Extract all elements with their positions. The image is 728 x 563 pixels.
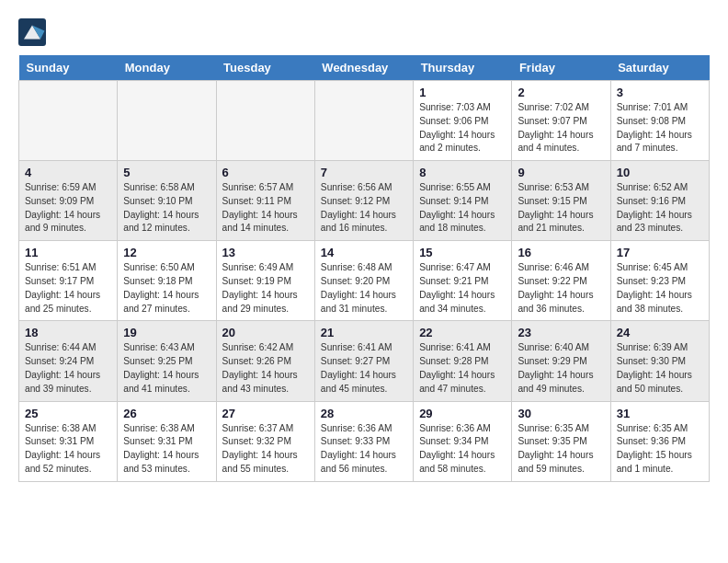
calendar-cell (19, 81, 118, 161)
calendar-cell: 24Sunrise: 6:39 AMSunset: 9:30 PMDayligh… (610, 321, 709, 401)
calendar-cell: 28Sunrise: 6:36 AMSunset: 9:33 PMDayligh… (314, 401, 413, 481)
day-info: Sunrise: 7:03 AMSunset: 9:06 PMDaylight:… (419, 101, 506, 155)
day-number: 2 (518, 86, 604, 99)
calendar-day-header: Saturday (610, 55, 709, 81)
day-number: 17 (617, 246, 703, 259)
calendar-day-header: Wednesday (314, 55, 413, 81)
day-number: 15 (419, 246, 506, 259)
day-info: Sunrise: 6:52 AMSunset: 9:16 PMDaylight:… (617, 181, 703, 236)
calendar-day-header: Sunday (19, 55, 118, 81)
day-number: 8 (419, 166, 506, 179)
day-info: Sunrise: 6:43 AMSunset: 9:25 PMDaylight:… (123, 341, 210, 396)
day-number: 27 (222, 407, 309, 420)
calendar-week-row: 11Sunrise: 6:51 AMSunset: 9:17 PMDayligh… (19, 241, 710, 321)
day-info: Sunrise: 6:35 AMSunset: 9:35 PMDaylight:… (518, 422, 604, 477)
calendar-cell: 20Sunrise: 6:42 AMSunset: 9:26 PMDayligh… (216, 321, 314, 401)
day-number: 18 (25, 326, 111, 339)
day-info: Sunrise: 6:40 AMSunset: 9:29 PMDaylight:… (518, 341, 604, 396)
calendar-cell: 16Sunrise: 6:46 AMSunset: 9:22 PMDayligh… (512, 241, 610, 321)
day-info: Sunrise: 6:35 AMSunset: 9:36 PMDaylight:… (617, 422, 703, 477)
calendar-cell: 14Sunrise: 6:48 AMSunset: 9:20 PMDayligh… (314, 241, 413, 321)
day-info: Sunrise: 6:36 AMSunset: 9:33 PMDaylight:… (321, 422, 407, 477)
day-number: 25 (25, 407, 111, 420)
calendar-cell: 8Sunrise: 6:55 AMSunset: 9:14 PMDaylight… (414, 161, 512, 241)
calendar-cell: 23Sunrise: 6:40 AMSunset: 9:29 PMDayligh… (512, 321, 610, 401)
calendar-day-header: Monday (118, 55, 216, 81)
calendar-cell (118, 81, 216, 161)
calendar-cell: 5Sunrise: 6:58 AMSunset: 9:10 PMDaylight… (118, 161, 216, 241)
calendar-cell: 9Sunrise: 6:53 AMSunset: 9:15 PMDaylight… (512, 161, 610, 241)
day-info: Sunrise: 6:49 AMSunset: 9:19 PMDaylight:… (222, 261, 309, 316)
day-info: Sunrise: 6:41 AMSunset: 9:27 PMDaylight:… (321, 341, 407, 396)
day-number: 24 (617, 326, 703, 339)
day-info: Sunrise: 6:58 AMSunset: 9:10 PMDaylight:… (123, 181, 210, 236)
day-info: Sunrise: 6:39 AMSunset: 9:30 PMDaylight:… (617, 341, 703, 396)
day-info: Sunrise: 6:48 AMSunset: 9:20 PMDaylight:… (321, 261, 407, 316)
calendar-cell: 18Sunrise: 6:44 AMSunset: 9:24 PMDayligh… (19, 321, 118, 401)
calendar-day-header: Friday (512, 55, 610, 81)
calendar-cell: 13Sunrise: 6:49 AMSunset: 9:19 PMDayligh… (216, 241, 314, 321)
day-number: 1 (419, 86, 506, 99)
day-info: Sunrise: 6:45 AMSunset: 9:23 PMDaylight:… (617, 261, 703, 316)
calendar-cell (314, 81, 413, 161)
calendar-week-row: 4Sunrise: 6:59 AMSunset: 9:09 PMDaylight… (19, 161, 710, 241)
day-info: Sunrise: 6:41 AMSunset: 9:28 PMDaylight:… (419, 341, 506, 396)
logo-icon (18, 18, 46, 46)
page-header (18, 18, 710, 46)
day-info: Sunrise: 6:55 AMSunset: 9:14 PMDaylight:… (419, 181, 506, 236)
day-number: 4 (25, 166, 111, 179)
calendar-cell: 7Sunrise: 6:56 AMSunset: 9:12 PMDaylight… (314, 161, 413, 241)
day-info: Sunrise: 6:53 AMSunset: 9:15 PMDaylight:… (518, 181, 604, 236)
day-number: 5 (123, 166, 210, 179)
day-info: Sunrise: 6:42 AMSunset: 9:26 PMDaylight:… (222, 341, 309, 396)
calendar-table: SundayMondayTuesdayWednesdayThursdayFrid… (18, 55, 710, 482)
calendar-week-row: 18Sunrise: 6:44 AMSunset: 9:24 PMDayligh… (19, 321, 710, 401)
day-number: 30 (518, 407, 604, 420)
day-number: 21 (321, 326, 407, 339)
day-info: Sunrise: 6:38 AMSunset: 9:31 PMDaylight:… (25, 422, 111, 477)
day-number: 20 (222, 326, 309, 339)
calendar-cell: 30Sunrise: 6:35 AMSunset: 9:35 PMDayligh… (512, 401, 610, 481)
day-info: Sunrise: 6:56 AMSunset: 9:12 PMDaylight:… (321, 181, 407, 236)
calendar-week-row: 25Sunrise: 6:38 AMSunset: 9:31 PMDayligh… (19, 401, 710, 481)
calendar-cell: 25Sunrise: 6:38 AMSunset: 9:31 PMDayligh… (19, 401, 118, 481)
day-info: Sunrise: 6:36 AMSunset: 9:34 PMDaylight:… (419, 422, 506, 477)
calendar-cell: 3Sunrise: 7:01 AMSunset: 9:08 PMDaylight… (610, 81, 709, 161)
calendar-header-row: SundayMondayTuesdayWednesdayThursdayFrid… (19, 55, 710, 81)
day-info: Sunrise: 6:44 AMSunset: 9:24 PMDaylight:… (25, 341, 111, 396)
calendar-cell: 27Sunrise: 6:37 AMSunset: 9:32 PMDayligh… (216, 401, 314, 481)
day-info: Sunrise: 7:01 AMSunset: 9:08 PMDaylight:… (617, 101, 703, 155)
day-info: Sunrise: 6:50 AMSunset: 9:18 PMDaylight:… (123, 261, 210, 316)
day-info: Sunrise: 7:02 AMSunset: 9:07 PMDaylight:… (518, 101, 604, 155)
calendar-cell: 15Sunrise: 6:47 AMSunset: 9:21 PMDayligh… (414, 241, 512, 321)
day-number: 3 (617, 86, 703, 99)
day-number: 12 (123, 246, 210, 259)
day-number: 6 (222, 166, 309, 179)
calendar-cell: 26Sunrise: 6:38 AMSunset: 9:31 PMDayligh… (118, 401, 216, 481)
day-number: 14 (321, 246, 407, 259)
calendar-cell: 10Sunrise: 6:52 AMSunset: 9:16 PMDayligh… (610, 161, 709, 241)
day-number: 26 (123, 407, 210, 420)
calendar-cell: 19Sunrise: 6:43 AMSunset: 9:25 PMDayligh… (118, 321, 216, 401)
calendar-day-header: Thursday (414, 55, 512, 81)
day-number: 23 (518, 326, 604, 339)
calendar-cell: 21Sunrise: 6:41 AMSunset: 9:27 PMDayligh… (314, 321, 413, 401)
day-number: 29 (419, 407, 506, 420)
day-info: Sunrise: 6:37 AMSunset: 9:32 PMDaylight:… (222, 422, 309, 477)
day-number: 9 (518, 166, 604, 179)
day-number: 31 (617, 407, 703, 420)
day-info: Sunrise: 6:46 AMSunset: 9:22 PMDaylight:… (518, 261, 604, 316)
day-number: 13 (222, 246, 309, 259)
calendar-cell: 4Sunrise: 6:59 AMSunset: 9:09 PMDaylight… (19, 161, 118, 241)
day-info: Sunrise: 6:59 AMSunset: 9:09 PMDaylight:… (25, 181, 111, 236)
day-number: 16 (518, 246, 604, 259)
day-number: 28 (321, 407, 407, 420)
day-number: 7 (321, 166, 407, 179)
day-info: Sunrise: 6:38 AMSunset: 9:31 PMDaylight:… (123, 422, 210, 477)
day-number: 22 (419, 326, 506, 339)
calendar-cell: 29Sunrise: 6:36 AMSunset: 9:34 PMDayligh… (414, 401, 512, 481)
logo (18, 18, 50, 46)
calendar-cell (216, 81, 314, 161)
day-number: 19 (123, 326, 210, 339)
calendar-cell: 11Sunrise: 6:51 AMSunset: 9:17 PMDayligh… (19, 241, 118, 321)
